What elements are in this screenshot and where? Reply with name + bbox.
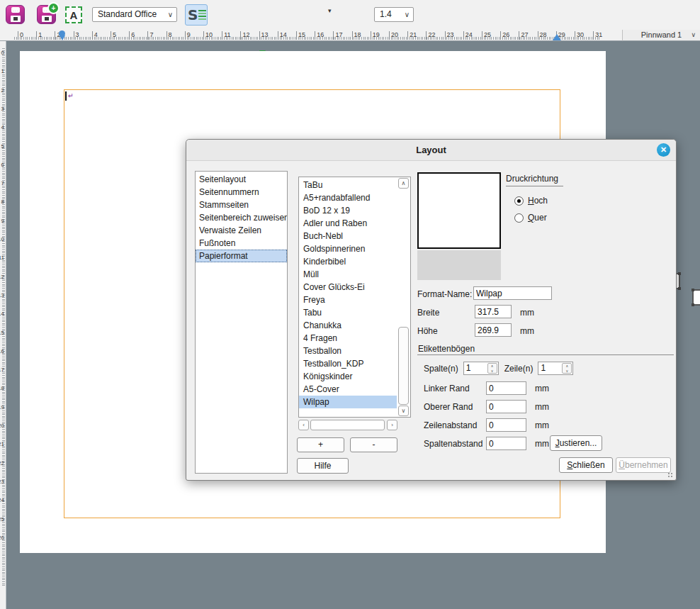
page-preview (417, 172, 501, 249)
board-selector-value: Pinnwand 1 (641, 30, 682, 39)
field-input[interactable] (486, 381, 526, 395)
format-item[interactable]: Müll (299, 268, 397, 281)
justify-menu-arrow[interactable]: ▾ (328, 7, 332, 14)
add-format-button[interactable]: + (297, 437, 344, 452)
scrollbar-thumb[interactable] (398, 327, 409, 405)
ruler-number: 3 (0, 106, 4, 112)
scroll-left-button[interactable]: ‹ (298, 420, 309, 430)
category-item[interactable]: Stammseiten (196, 199, 287, 211)
ruler-number: 18 (354, 31, 361, 38)
radio-circle[interactable] (514, 196, 524, 206)
format-item[interactable]: Testballon (299, 345, 397, 357)
ruler-number: 11 (224, 31, 230, 38)
save-button[interactable]: ... (6, 5, 25, 25)
spin-down-icon[interactable]: ∨ (488, 369, 497, 374)
format-item[interactable]: Wilpap (299, 396, 397, 408)
format-item[interactable]: Tabu (299, 306, 397, 319)
width-input[interactable] (475, 305, 512, 318)
ruler-number: 1 (0, 68, 4, 74)
radio-circle[interactable] (514, 213, 524, 223)
hscrollbar-thumb[interactable] (310, 420, 385, 430)
radio-option-quer[interactable]: Quer (514, 209, 548, 226)
close-dialog-button[interactable]: Schließen (559, 457, 613, 473)
partial-frame-button[interactable] (692, 289, 700, 306)
scroll-up-button[interactable]: ∧ (398, 178, 409, 189)
style-paragraph-button[interactable]: S (185, 4, 208, 26)
spinner-buttons[interactable]: ∧ ∨ (562, 363, 572, 374)
spin-up-icon[interactable]: ∧ (563, 364, 571, 369)
format-list[interactable]: TaBuA5+randabfallendBoD 12 x 19Adler und… (298, 177, 411, 418)
spin-down-icon[interactable]: ∨ (563, 369, 571, 374)
text-lines-icon (198, 9, 206, 21)
ruler-number: 2 (0, 87, 4, 94)
ruler-number: 30 (577, 31, 584, 38)
dialog-close-button[interactable]: ✕ (657, 143, 670, 157)
rows-stepper[interactable]: 1 ∧ ∨ (538, 362, 573, 375)
format-item[interactable]: Buch-Nebl (299, 230, 397, 242)
format-item[interactable]: TaBu (299, 179, 397, 191)
horizontal-ruler: 0123456789101112131415161718192021222324… (0, 30, 700, 41)
format-item[interactable]: 4 Fragen (299, 332, 397, 345)
ruler-number: 13 (0, 292, 4, 298)
save-as-button[interactable]: ... + (37, 5, 56, 25)
spinner-buttons[interactable]: ∧ ∨ (487, 363, 497, 374)
format-item[interactable]: Königskinder (299, 370, 397, 383)
ruler-number: 19 (0, 404, 4, 410)
style-select[interactable]: Standard Office ∨ (92, 7, 177, 22)
category-item[interactable]: Seitenlayout (196, 173, 287, 186)
format-item[interactable]: A5+randabfallend (299, 191, 397, 204)
format-item[interactable]: BoD 12 x 19 (299, 204, 397, 217)
label-sheet-row: Spaltenabstandmm (424, 437, 549, 450)
field-input[interactable] (486, 418, 526, 432)
spacing-select[interactable]: 1.4 ∨ (374, 7, 414, 22)
category-item[interactable]: Fußnoten (196, 237, 287, 250)
format-item[interactable]: A5-Cover (299, 383, 397, 396)
adjust-button[interactable]: Justieren... (550, 435, 602, 451)
ruler-number: 16 (0, 348, 4, 354)
ruler-number: 19 (373, 31, 380, 38)
width-label: Breite (417, 308, 439, 318)
format-item[interactable]: Kinderbibel (299, 255, 397, 268)
columns-stepper[interactable]: 1 ∧ ∨ (463, 362, 499, 375)
help-button[interactable]: Hilfe (297, 458, 349, 474)
format-item[interactable]: Freya (299, 294, 397, 306)
label-sheet-row: Linker Randmm (424, 381, 549, 395)
category-item[interactable]: Papierformat (196, 250, 287, 262)
radio-option-hoch[interactable]: Hoch (514, 192, 548, 209)
ruler-number: 27 (521, 31, 528, 38)
format-item[interactable]: Testballon_KDP (299, 357, 397, 370)
height-input[interactable] (475, 323, 512, 337)
format-item[interactable]: Chanukka (299, 319, 397, 332)
ruler-number: 7 (149, 31, 153, 38)
format-item[interactable]: Cover Glücks-Ei (299, 281, 397, 294)
ruler-pin-marker[interactable] (59, 30, 65, 40)
format-item[interactable]: Goldspinnerinen (299, 242, 397, 255)
category-item[interactable]: Seitenbereich zuweisen (196, 211, 287, 224)
format-name-input[interactable] (473, 286, 552, 300)
field-input[interactable] (486, 437, 526, 450)
category-item[interactable]: Seitennummern (196, 186, 287, 199)
resize-grip[interactable] (667, 472, 673, 478)
scroll-right-button[interactable]: › (387, 420, 397, 430)
paragraph-style-icon[interactable]: A (65, 6, 82, 23)
format-item[interactable]: Adler und Raben (299, 217, 397, 230)
ruler-triangle-marker[interactable] (553, 34, 561, 40)
category-item[interactable]: Verwaiste Zeilen (196, 224, 287, 237)
remove-format-button[interactable]: - (350, 437, 397, 452)
width-unit: mm (520, 308, 534, 318)
handle (678, 272, 681, 275)
category-list[interactable]: SeitenlayoutSeitennummernStammseitenSeit… (195, 171, 288, 474)
ruler-number: 20 (0, 423, 4, 429)
board-selector[interactable]: Pinnwand 1 ∨ (622, 30, 700, 41)
spin-up-icon[interactable]: ∧ (488, 364, 497, 369)
field-input[interactable] (486, 400, 526, 413)
handle (691, 289, 694, 291)
unit-label: mm (535, 439, 549, 449)
field-label: Spaltenabstand (424, 439, 486, 449)
ruler-number: 4 (0, 124, 4, 130)
apply-button[interactable]: Übernehmen (616, 457, 671, 473)
scroll-down-button[interactable]: ∨ (398, 406, 409, 416)
ruler-number: 24 (465, 31, 473, 38)
radio-label: Quer (528, 213, 547, 223)
ruler-number: 20 (391, 31, 398, 38)
